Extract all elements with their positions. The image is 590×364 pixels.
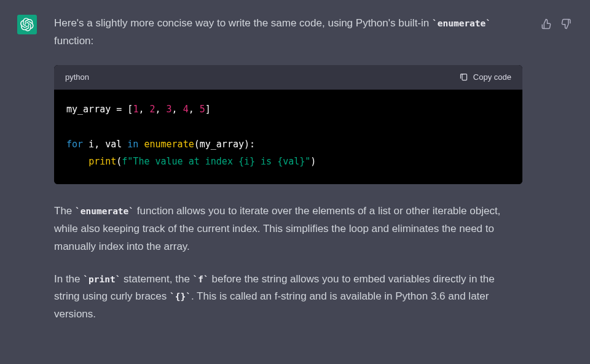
- code-number: 5: [200, 104, 205, 115]
- code-text: ,: [172, 104, 183, 115]
- code-func: enumerate: [144, 139, 194, 150]
- code-number: 4: [183, 104, 189, 115]
- inline-code-print: print: [83, 274, 120, 284]
- copy-code-button[interactable]: Copy code: [459, 71, 511, 84]
- code-keyword: in: [127, 139, 138, 150]
- thumbs-up-icon: [541, 18, 552, 29]
- code-text: my_array = [: [66, 104, 133, 115]
- p1-pre: The: [54, 205, 75, 217]
- intro-paragraph: Here's a slightly more concise way to wr…: [54, 15, 522, 50]
- code-text: ,: [189, 104, 200, 115]
- code-text: ,: [155, 104, 167, 115]
- p2-t2: statement, the: [120, 273, 192, 285]
- code-number: 3: [167, 104, 172, 115]
- paragraph-2: In the print statement, the f before the…: [54, 271, 522, 324]
- openai-logo-icon: [20, 18, 34, 31]
- assistant-message: Here's a slightly more concise way to wr…: [0, 0, 590, 338]
- code-block: python Copy code my_array = [1, 2, 3, 4,…: [54, 65, 522, 184]
- code-text: ,: [138, 104, 149, 115]
- paragraph-1: The enumerate function allows you to ite…: [54, 203, 522, 256]
- intro-text-post: function:: [54, 35, 93, 47]
- code-text: ]: [205, 104, 211, 115]
- code-block-header: python Copy code: [54, 65, 522, 90]
- code-text: [66, 156, 88, 167]
- code-number: 2: [149, 104, 155, 115]
- message-content: Here's a slightly more concise way to wr…: [54, 15, 522, 338]
- code-text: i, val: [83, 139, 127, 150]
- clipboard-icon: [459, 72, 468, 82]
- inline-code-f: f: [193, 274, 209, 284]
- thumbs-down-button[interactable]: [559, 17, 573, 31]
- intro-text-pre: Here's a slightly more concise way to wr…: [54, 17, 432, 29]
- inline-code-enumerate-2: enumerate: [75, 206, 134, 216]
- code-block-body: my_array = [1, 2, 3, 4, 5] for i, val in…: [54, 90, 522, 184]
- code-string: f"The value at index {i} is {val}": [122, 156, 310, 167]
- assistant-avatar: [17, 15, 37, 34]
- thumbs-up-button[interactable]: [540, 17, 553, 31]
- thumbs-down-icon: [560, 18, 572, 29]
- code-text: ): [310, 156, 316, 167]
- code-language-label: python: [65, 71, 89, 84]
- inline-code-braces: {}: [170, 292, 191, 301]
- p2-t1: In the: [54, 273, 83, 285]
- code-keyword: for: [66, 139, 83, 150]
- svg-rect-0: [462, 74, 467, 80]
- code-text: (: [116, 156, 122, 167]
- code-func: print: [88, 156, 116, 167]
- inline-code-enumerate: enumerate: [432, 18, 491, 28]
- copy-code-label: Copy code: [473, 71, 511, 84]
- code-text: (my_array):: [194, 139, 255, 150]
- feedback-actions: [540, 17, 573, 31]
